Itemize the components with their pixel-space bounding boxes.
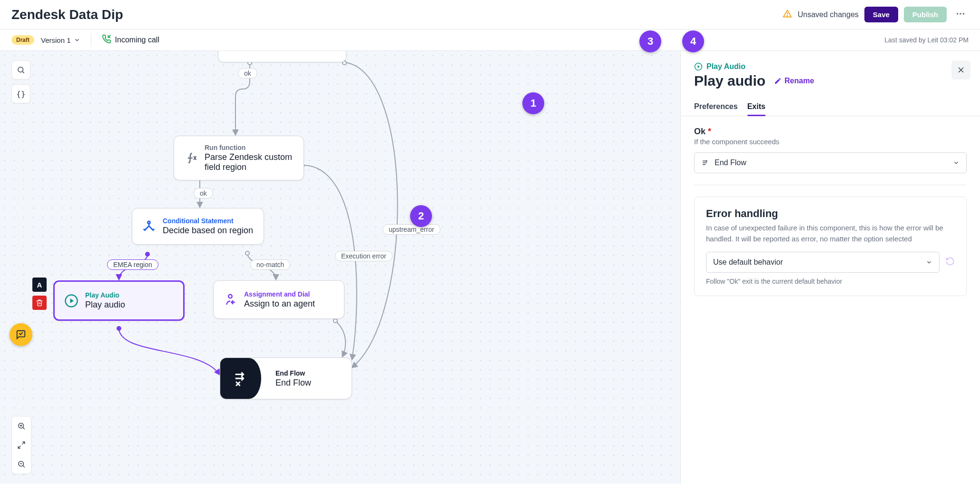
save-button[interactable]: Save [864,7,898,22]
flow-canvas[interactable]: ok ok EMEA region no-match Execution err… [0,51,680,484]
svg-point-12 [228,294,232,298]
expand-icon [17,441,26,449]
side-panel-header: Play Audio Play audio Rename [681,51,980,89]
search-button[interactable] [11,60,30,79]
end-flow-icon [220,358,261,399]
edge-label-ok: ok [238,68,257,79]
rename-button[interactable]: Rename [774,77,814,85]
version-label: Version 1 [41,36,71,44]
zoom-out-icon [17,460,26,468]
warning-icon [783,9,792,20]
flow-edges [0,51,680,484]
annotation-bubble-1: 1 [522,92,544,114]
flow-node-top[interactable] [218,51,346,62]
annotation-bubble-3: 3 [639,30,661,52]
header: Zendesk Data Dip Unsaved changes Save Pu… [0,0,980,30]
ok-field-help: If the component succeeds [694,138,967,146]
trash-icon [36,299,43,307]
panel-eyebrow: Play Audio [694,62,967,71]
canvas-tools-top: {} [11,60,30,103]
error-handling-footnote: Follow "Ok" exit is the current default … [706,278,955,285]
flow-node-play-audio[interactable]: Play Audio Play audio [53,280,185,321]
braces-icon: {} [16,89,25,99]
edge-label-no-match: no-match [250,259,290,270]
branch-icon [142,219,156,234]
ok-exit-select[interactable]: End Flow [694,152,967,173]
divider [694,185,967,185]
text-icon: A [37,281,42,289]
node-title: Decide based on region [163,226,253,236]
fit-screen-button[interactable] [12,436,31,455]
flow-node-assignment[interactable]: Assignment and Dial Assign to an agent [213,280,344,319]
node-title: Assign to an agent [244,299,315,309]
subheader: Draft Version 1 Incoming call Last saved… [0,30,980,51]
search-icon [17,66,25,74]
incoming-call-label: Incoming call [115,36,159,44]
svg-point-17 [18,67,23,72]
node-type: End Flow [275,369,311,377]
required-asterisk: * [708,127,711,136]
publish-button[interactable]: Publish [904,7,947,22]
svg-point-3 [960,13,961,15]
rename-label: Rename [784,77,814,85]
svg-marker-11 [70,298,74,303]
close-panel-button[interactable] [951,60,970,79]
svg-line-26 [23,466,24,467]
connection-dot [117,326,121,331]
reset-error-button[interactable] [945,257,955,268]
panel-body: Ok * If the component succeeds End Flow … [681,116,980,307]
text-tool-button[interactable]: A [32,278,47,292]
subheader-left: Draft Version 1 Incoming call [11,33,159,47]
node-type: Conditional Statement [163,217,253,225]
connection-dot [145,252,150,257]
flow-node-end-flow[interactable]: End Flow End Flow [220,357,352,399]
zoom-out-button[interactable] [12,455,31,474]
assign-agent-icon [223,293,237,307]
error-handling-box: Error handling In case of unexpected fai… [694,197,967,296]
chevron-down-icon [953,159,960,166]
code-button[interactable]: {} [11,84,30,103]
edge-label-upstream-error: upstream_error [382,224,441,235]
panel-eyebrow-label: Play Audio [706,62,745,71]
trigger-incoming-call[interactable]: Incoming call [102,34,159,46]
chevron-down-icon [74,37,80,43]
feedback-fab[interactable] [10,323,32,346]
zoom-in-button[interactable] [12,417,31,436]
canvas-tools-bottom [11,416,31,474]
delete-node-button[interactable] [32,296,47,310]
annotation-bubble-2: 2 [410,205,432,227]
svg-point-1 [787,15,787,16]
svg-point-4 [963,13,965,15]
node-type: Assignment and Dial [244,290,315,298]
flow-node-run-function[interactable]: Run function Parse Zendesk custom field … [174,136,304,180]
page-title: Zendesk Data Dip [11,7,123,22]
function-icon [184,151,198,165]
main: ok ok EMEA region no-match Execution err… [0,51,980,484]
tab-preferences[interactable]: Preferences [694,98,738,116]
node-action-buttons: A [32,278,47,310]
close-icon [956,65,966,75]
error-behavior-select[interactable]: Use default behavior [706,252,940,273]
svg-marker-31 [698,65,700,68]
chevron-down-icon [926,259,932,266]
play-audio-icon [694,62,703,71]
svg-line-18 [22,71,24,73]
node-title: End Flow [275,378,311,388]
tab-exits[interactable]: Exits [747,98,765,116]
edge-label-ok: ok [194,188,213,198]
pencil-icon [774,77,782,85]
node-type: Play Audio [85,291,125,299]
more-menu-button[interactable] [952,6,969,23]
svg-line-20 [23,427,24,429]
header-right: Unsaved changes Save Publish [783,6,969,23]
side-panel: Play Audio Play audio Rename Preferences… [680,51,980,484]
version-selector[interactable]: Version 1 [41,36,80,44]
svg-point-2 [957,13,959,15]
ok-exit-value: End Flow [715,159,746,167]
panel-title: Play audio [694,73,765,89]
header-left: Zendesk Data Dip [11,7,123,22]
flow-node-conditional[interactable]: Conditional Statement Decide based on re… [132,208,264,245]
draft-badge: Draft [11,35,34,45]
divider [91,33,91,47]
node-title: Parse Zendesk custom field region [205,152,294,172]
